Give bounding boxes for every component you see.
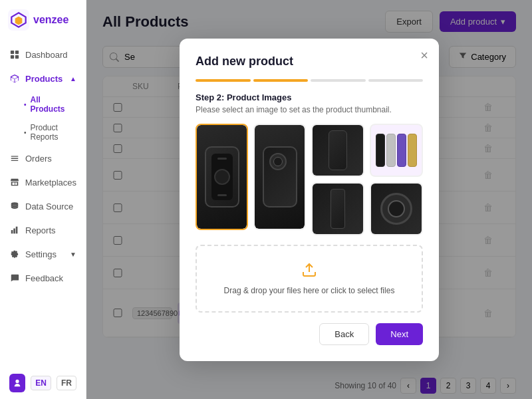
upload-icon	[207, 262, 411, 282]
add-product-modal: × Add new product Step 2: Product Images…	[180, 39, 439, 361]
modal-footer: Back Next	[196, 323, 423, 345]
sidebar-label-settings: Settings	[25, 249, 57, 259]
svg-rect-4	[15, 51, 19, 54]
chart-icon	[9, 225, 20, 235]
svg-rect-5	[11, 55, 14, 59]
image-cell-2[interactable]	[253, 124, 306, 230]
all-products-label: All Products	[31, 95, 76, 114]
image-cell-4[interactable]	[370, 124, 423, 177]
sidebar-item-products[interactable]: Products ▲	[0, 66, 86, 90]
sidebar-item-reports[interactable]: Reports	[0, 218, 86, 242]
logo-text: venzee	[33, 14, 68, 26]
modal-close-button[interactable]: ×	[420, 48, 428, 63]
step-4-segment	[368, 79, 424, 82]
sidebar-label-data-source: Data Source	[25, 201, 73, 211]
sidebar-bottom: EN FR	[0, 367, 86, 399]
sidebar-label-feedback: Feedback	[25, 273, 63, 283]
sidebar-label-orders: Orders	[25, 154, 52, 164]
sidebar-item-data-source[interactable]: Data Source	[0, 194, 86, 218]
file-dropzone[interactable]: Drag & drop your files here or click to …	[196, 245, 423, 313]
sidebar-label-dashboard: Dashboard	[25, 50, 68, 60]
modal-title: Add new product	[196, 55, 423, 68]
database-icon	[9, 201, 20, 211]
gear-icon	[9, 249, 20, 259]
sidebar-item-feedback[interactable]: Feedback	[0, 266, 86, 290]
box-icon	[9, 73, 20, 84]
logo: venzee	[0, 0, 86, 40]
main-content: All Products Export Add product ▾ Catego…	[86, 0, 532, 399]
svg-rect-6	[15, 55, 19, 59]
back-button[interactable]: Back	[319, 323, 369, 345]
step-1-segment	[196, 79, 251, 82]
sidebar: venzee Dashboard Products ▲ All Products…	[0, 0, 86, 399]
sidebar-nav: Dashboard Products ▲ All Products Produc…	[0, 40, 86, 367]
image-cell-5[interactable]	[311, 182, 364, 235]
user-icon	[9, 374, 25, 392]
next-button[interactable]: Next	[376, 323, 423, 345]
sidebar-item-all-products[interactable]: All Products	[20, 90, 86, 118]
sidebar-item-product-reports[interactable]: Product Reports	[20, 118, 86, 146]
step-progress-bar	[196, 79, 423, 82]
sidebar-label-products: Products	[25, 74, 63, 84]
store-icon	[9, 177, 20, 188]
step-2-segment	[253, 79, 309, 82]
sidebar-products-submenu: All Products Product Reports	[0, 90, 86, 146]
sidebar-item-dashboard[interactable]: Dashboard	[0, 43, 86, 66]
logo-icon	[8, 9, 29, 31]
lang-fr-button[interactable]: FR	[57, 376, 76, 390]
dropzone-text: Drag & drop your files here or click to …	[207, 286, 411, 295]
svg-point-7	[11, 202, 19, 205]
sidebar-item-settings[interactable]: Settings ▼	[0, 242, 86, 266]
chevron-up-icon: ▲	[70, 75, 76, 82]
grid-icon	[9, 49, 20, 60]
modal-overlay: × Add new product Step 2: Product Images…	[86, 0, 532, 399]
image-cell-3[interactable]	[311, 124, 364, 177]
sidebar-label-marketplaces: Marketplaces	[25, 178, 76, 188]
svg-rect-3	[11, 51, 14, 54]
step-description: Please select an image to set as the pro…	[196, 105, 423, 114]
chevron-down-icon: ▼	[70, 251, 76, 258]
step-label: Step 2: Product Images	[196, 92, 423, 102]
lang-en-button[interactable]: EN	[31, 376, 51, 390]
image-cell-1[interactable]	[196, 124, 248, 230]
sidebar-label-reports: Reports	[25, 225, 56, 235]
image-grid	[196, 124, 423, 235]
list-icon	[9, 153, 20, 164]
sidebar-item-orders[interactable]: Orders	[0, 146, 86, 170]
message-icon	[9, 273, 20, 283]
product-reports-label: Product Reports	[31, 123, 76, 142]
step-3-segment	[311, 79, 366, 82]
sidebar-item-marketplaces[interactable]: Marketplaces	[0, 170, 86, 194]
image-cell-6[interactable]	[370, 182, 423, 235]
